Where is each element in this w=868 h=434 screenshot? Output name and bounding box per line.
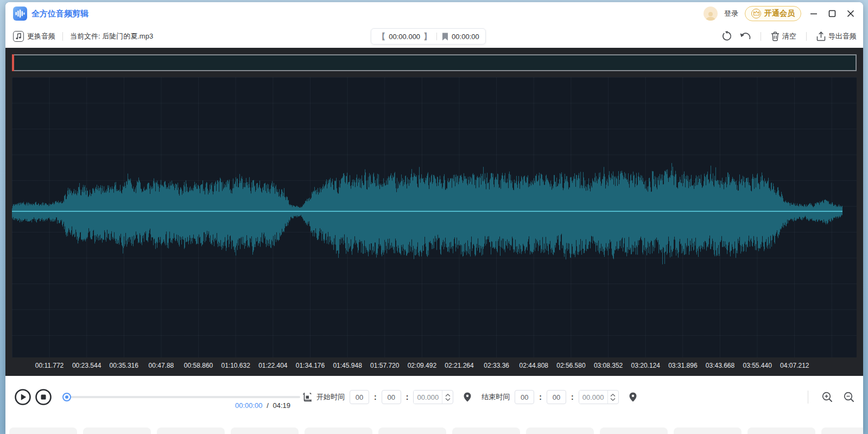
app-logo-icon [13,7,27,21]
chevron-down-icon [445,398,451,401]
bookmark-icon [442,33,448,41]
slider-handle[interactable] [62,393,71,401]
maximize-button[interactable] [826,8,838,20]
end-seconds-spinner[interactable] [607,391,618,404]
start-minute-input[interactable] [382,390,401,404]
app-title: 全方位音频剪辑 [31,2,88,24]
vip-button[interactable]: 开通会员 [745,6,801,21]
clear-button[interactable]: 清空 [771,32,796,41]
login-button[interactable]: 登录 [724,9,738,18]
preset-card[interactable] [305,427,372,434]
zoom-in-icon[interactable] [822,392,833,402]
stop-button[interactable] [35,388,52,406]
file-toolbar-left: 更换音频 当前文件: 后陡门的夏.mp3 [13,24,153,48]
minimap-overview[interactable] [12,54,857,71]
colon: : [374,393,377,401]
close-button[interactable] [845,8,857,20]
preset-card[interactable] [600,427,668,434]
titlebar-right: 登录 开通会员 [704,2,857,24]
time-tick-label: 02:44.808 [519,362,548,369]
time-tick-label: 03:31.896 [668,362,697,369]
minimap-left-handle[interactable] [12,54,14,71]
end-hour-input[interactable] [515,390,534,404]
time-tick-label: 00:35.316 [110,362,138,369]
progress-slider[interactable] [63,393,300,401]
selection-duration: 00:00.000 [389,33,420,41]
start-seconds-spinner[interactable] [442,391,453,404]
preset-card[interactable] [378,427,446,434]
colon: : [406,393,409,401]
file-toolbar-right: 清空 导出音频 [721,24,857,48]
bracket-right-icon: 】 [423,32,432,42]
set-start-marker-pin-icon[interactable] [464,392,471,402]
preset-card[interactable] [747,427,815,434]
preset-card[interactable] [83,427,151,434]
divider [808,391,808,404]
time-tick-label: 00:47.88 [149,362,174,369]
time-tick-label: 02:09.492 [408,362,436,369]
time-separator: / [267,401,269,410]
change-audio-label: 更换音频 [27,32,55,41]
end-time-label: 结束时间 [481,392,510,402]
slider-handle-dot [65,395,68,399]
waveform-canvas[interactable] [12,77,857,357]
file-toolbar: 更换音频 当前文件: 后陡门的夏.mp3 【 00:00.000 】 00:00… [5,24,863,48]
current-file-label: 当前文件: 后陡门的夏.mp3 [70,32,153,41]
preset-card[interactable] [157,427,225,434]
app-window: 全方位音频剪辑 登录 开通会员 [5,2,863,434]
minimize-button[interactable] [808,8,820,20]
time-tick-label: 03:20.124 [631,362,660,369]
divider [761,32,761,41]
set-end-marker-pin-icon[interactable] [629,392,637,402]
time-tick-label: 02:33.36 [484,362,509,369]
selection-time-display: 【 00:00.000 】 00:00:00 [371,28,486,45]
end-seconds-input[interactable] [579,391,607,404]
export-audio-button[interactable]: 导出音频 [816,32,857,41]
preset-card[interactable] [674,427,742,434]
preset-card[interactable] [231,427,299,434]
zoom-out-icon[interactable] [844,392,854,402]
redo-icon[interactable] [721,31,732,42]
end-minute-input[interactable] [547,390,566,404]
time-tick-label: 01:45.948 [333,362,362,369]
change-audio-button[interactable]: 更换音频 [13,31,55,42]
preset-card[interactable] [452,427,520,434]
time-tick-label: 00:58.860 [184,362,213,369]
start-seconds-input[interactable] [414,391,442,404]
chevron-down-icon [610,398,616,401]
preset-card[interactable] [526,427,594,434]
divider [806,32,807,41]
play-button[interactable] [14,388,31,406]
start-hour-input[interactable] [350,390,369,404]
divider [62,32,63,41]
time-tick-label: 03:43.668 [706,362,734,369]
time-tick-label: 02:56.580 [556,362,585,369]
time-tick-label: 01:22.404 [258,362,287,369]
colon: : [571,393,574,401]
titlebar: 全方位音频剪辑 登录 开通会员 [5,2,863,24]
desktop-background: 全方位音频剪辑 登录 开通会员 [0,0,868,434]
waveform-area[interactable] [12,77,857,357]
time-tick-label: 01:57.720 [370,362,399,369]
slider-track[interactable] [63,396,300,398]
current-time: 00:00:00 [235,401,263,410]
chevron-up-icon [610,394,616,397]
end-seconds-group [579,390,619,404]
undo-icon[interactable] [739,32,751,41]
zoom-controls [805,389,854,405]
music-note-icon [13,31,24,42]
time-tick-label: 01:34.176 [296,362,325,369]
clear-label: 清空 [782,32,796,41]
chevron-up-icon [445,394,451,397]
divider [436,33,437,40]
avatar[interactable] [704,7,718,21]
preset-card[interactable] [9,427,77,434]
colon: : [539,393,542,401]
time-tick-label: 01:10.632 [221,362,250,369]
transport-bar: 00:00:00 / 04:19 开始时间 : : [5,376,863,434]
preset-card[interactable] [821,427,863,434]
time-axis: 00:11.77200:23.54400:35.31600:47.8800:58… [12,361,857,372]
time-tick-label: 04:07.212 [780,362,809,369]
preset-card-row [9,427,863,434]
waveform-panel: 00:11.77200:23.54400:35.31600:47.8800:58… [5,48,863,376]
